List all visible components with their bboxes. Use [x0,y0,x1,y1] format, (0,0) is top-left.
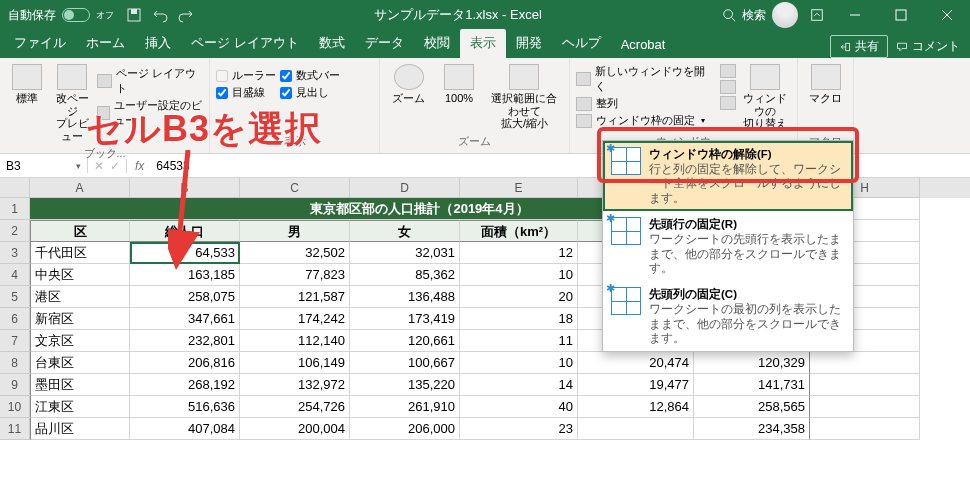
cell[interactable]: 77,823 [240,264,350,286]
cell[interactable] [810,418,920,440]
arrange-all[interactable]: 整列 [576,96,710,111]
ribbon-display-options[interactable] [804,2,830,28]
cell[interactable]: 11 [460,330,578,352]
cell[interactable]: 64,533 [130,242,240,264]
autosave-toggle[interactable]: 自動保存 オフ [8,7,114,24]
cell[interactable]: 206,000 [350,418,460,440]
tab-review[interactable]: 校閲 [414,29,460,58]
cell[interactable]: 121,587 [240,286,350,308]
cell[interactable]: 20,474 [578,352,694,374]
comments-button[interactable]: コメント [896,38,960,55]
new-window[interactable]: 新しいウィンドウを開く [576,64,710,94]
hide-window[interactable] [720,80,736,94]
cell[interactable]: 港区 [30,286,130,308]
cell[interactable]: 141,731 [694,374,810,396]
tab-formulas[interactable]: 数式 [309,29,355,58]
switch-windows[interactable]: ウィンドウの 切り替え [740,62,791,132]
row-header[interactable]: 6 [0,308,30,330]
cell[interactable]: 135,220 [350,374,460,396]
col-A[interactable]: A [30,178,130,198]
tab-pagelayout[interactable]: ページ レイアウト [181,29,309,58]
cell[interactable]: 516,636 [130,396,240,418]
search-box[interactable]: 検索 [722,7,766,24]
redo-icon[interactable] [178,7,194,23]
tab-developer[interactable]: 開発 [506,29,552,58]
cell[interactable]: 136,488 [350,286,460,308]
cell[interactable]: 12,864 [578,396,694,418]
cell[interactable]: 100,667 [350,352,460,374]
cell[interactable]: 347,661 [130,308,240,330]
menu-freeze-first-column[interactable]: ✱ 先頭列の固定(C)ワークシートの最初の列を表示したままで、他の部分をスクロー… [603,281,853,351]
cell[interactable]: 85,362 [350,264,460,286]
cell[interactable]: 12 [460,242,578,264]
cell[interactable]: 206,816 [130,352,240,374]
cell[interactable] [810,396,920,418]
zoom-button[interactable]: ズーム [386,62,432,107]
cell[interactable]: 江東区 [30,396,130,418]
tab-insert[interactable]: 挿入 [135,29,181,58]
row-header[interactable]: 4 [0,264,30,286]
col-C[interactable]: C [240,178,350,198]
cell[interactable]: 23 [460,418,578,440]
name-box[interactable]: B3▾ [0,159,88,173]
cell[interactable]: 258,075 [130,286,240,308]
maximize-button[interactable] [878,0,924,30]
cell[interactable] [810,352,920,374]
cell[interactable]: 千代田区 [30,242,130,264]
view-pagebreak[interactable]: 改ページ プレビュー [52,62,94,145]
close-button[interactable] [924,0,970,30]
cancel-icon[interactable]: ✕ [94,159,104,173]
tab-acrobat[interactable]: Acrobat [611,32,676,58]
cell[interactable]: 261,910 [350,396,460,418]
cell[interactable]: 新宿区 [30,308,130,330]
zoom-100[interactable]: 100% [436,62,482,107]
cell[interactable]: 40 [460,396,578,418]
cell[interactable]: 258,565 [694,396,810,418]
col-D[interactable]: D [350,178,460,198]
col-E[interactable]: E [460,178,578,198]
view-pagelayout[interactable]: ページ レイアウト [97,66,203,96]
cell[interactable]: 20 [460,286,578,308]
cell[interactable]: 120,661 [350,330,460,352]
row-header[interactable]: 3 [0,242,30,264]
row-header[interactable]: 2 [0,220,30,242]
cell[interactable]: 32,502 [240,242,350,264]
cell[interactable]: 32,031 [350,242,460,264]
tab-help[interactable]: ヘルプ [552,29,611,58]
cell[interactable]: 163,185 [130,264,240,286]
cell[interactable]: 墨田区 [30,374,130,396]
check-ruler[interactable]: ルーラー [216,68,276,83]
cell[interactable]: 132,972 [240,374,350,396]
cell[interactable]: 文京区 [30,330,130,352]
select-all-corner[interactable] [0,178,30,198]
cell[interactable]: 19,477 [578,374,694,396]
minimize-button[interactable] [832,0,878,30]
cell[interactable] [578,418,694,440]
cell[interactable]: 112,140 [240,330,350,352]
share-button[interactable]: 共有 [830,35,888,58]
tab-home[interactable]: ホーム [76,29,135,58]
zoom-selection[interactable]: 選択範囲に合わせて 拡大/縮小 [486,62,563,132]
undo-icon[interactable] [152,7,168,23]
menu-unfreeze-panes[interactable]: ✱ ウィンドウ枠の解除(F)行と列の固定を解除して、ワークシート全体をスクロール… [603,141,853,211]
row-header[interactable]: 9 [0,374,30,396]
split-window[interactable] [720,64,736,78]
cell[interactable]: 234,358 [694,418,810,440]
cell[interactable]: 女 [350,220,460,242]
row-header[interactable]: 10 [0,396,30,418]
freeze-panes[interactable]: ウィンドウ枠の固定▾ [576,113,710,128]
tab-data[interactable]: データ [355,29,414,58]
row-header[interactable]: 7 [0,330,30,352]
cell[interactable] [810,374,920,396]
save-icon[interactable] [126,7,142,23]
cell[interactable]: 254,726 [240,396,350,418]
cell[interactable]: 174,242 [240,308,350,330]
cell[interactable]: 面積（km²） [460,220,578,242]
tab-file[interactable]: ファイル [4,29,76,58]
cell[interactable]: 10 [460,264,578,286]
menu-freeze-top-row[interactable]: ✱ 先頭行の固定(R)ワークシートの先頭行を表示したままで、他の部分をスクロール… [603,211,853,281]
cell[interactable]: 232,801 [130,330,240,352]
cell[interactable]: 台東区 [30,352,130,374]
check-gridlines[interactable]: 目盛線 [216,85,276,100]
cell[interactable]: 14 [460,374,578,396]
